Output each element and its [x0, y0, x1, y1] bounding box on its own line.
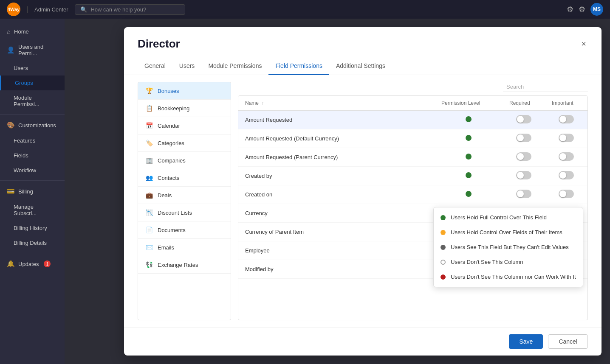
module-item-deals[interactable]: 💼 Deals — [138, 187, 231, 204]
sidebar-item-groups[interactable]: Groups — [0, 76, 65, 90]
perm-option-full-control[interactable]: Users Hold Full Control Over This Field — [434, 210, 583, 225]
toggle-knob — [559, 134, 566, 141]
sidebar-item-module-perms[interactable]: Module Permissi... — [0, 90, 65, 112]
required-toggle[interactable] — [516, 190, 531, 198]
required-toggle[interactable] — [516, 152, 531, 161]
tab-additional-settings[interactable]: Additional Settings — [329, 57, 392, 75]
module-item-label: Exchange Rates — [158, 262, 198, 268]
module-item-calendar[interactable]: 📅 Calendar — [138, 117, 231, 134]
col-required: Required — [503, 96, 545, 111]
required-toggle[interactable] — [516, 134, 531, 142]
important-cell[interactable] — [545, 148, 587, 167]
bookkeeping-icon: 📋 — [145, 104, 153, 112]
perm-cell[interactable] — [435, 167, 503, 185]
fields-search-input[interactable] — [503, 82, 588, 92]
module-item-contacts[interactable]: 👥 Contacts — [138, 169, 231, 187]
settings-icon[interactable]: ⚙ — [567, 5, 573, 14]
tab-field-permissions[interactable]: Field Permissions — [268, 57, 329, 75]
module-item-bookkeeping[interactable]: 📋 Bookkeeping — [138, 100, 231, 117]
perm-cell[interactable] — [435, 111, 503, 129]
modal-close-button[interactable]: × — [579, 37, 588, 50]
important-cell[interactable] — [545, 167, 587, 185]
perm-option-dont-see[interactable]: Users Don't See This Column — [434, 255, 583, 269]
module-item-documents[interactable]: 📄 Documents — [138, 221, 231, 239]
important-cell[interactable] — [545, 129, 587, 148]
save-button[interactable]: Save — [509, 334, 543, 349]
cancel-button[interactable]: Cancel — [548, 334, 588, 349]
tab-users[interactable]: Users — [172, 57, 202, 75]
important-toggle[interactable] — [559, 134, 574, 142]
module-item-companies[interactable]: 🏢 Companies — [138, 152, 231, 169]
sidebar-item-label: Workflow — [14, 167, 36, 174]
table-row: Amount Requested (Parent Currency) — [238, 148, 587, 167]
important-toggle[interactable] — [559, 152, 574, 161]
sidebar-item-label: Updates — [18, 261, 39, 267]
topbar: 4Way Admin Center 🔍 How can we help you?… — [0, 0, 610, 19]
toggle-knob — [517, 172, 524, 179]
sidebar-item-customizations[interactable]: 🎨 Customizations — [0, 117, 65, 133]
sidebar-item-users-perms[interactable]: 👤 Users and Permi... — [0, 39, 65, 61]
perm-option-dot — [441, 274, 446, 280]
sidebar-item-home[interactable]: ⌂ Home — [0, 24, 65, 39]
required-toggle[interactable] — [516, 115, 531, 123]
permission-dot[interactable] — [466, 154, 472, 160]
module-item-bonuses[interactable]: 🏆 Bonuses — [138, 82, 231, 100]
fields-search — [238, 82, 588, 92]
sidebar-item-updates[interactable]: 🔔 Updates 1 — [0, 256, 65, 272]
permission-dot[interactable] — [466, 191, 472, 197]
sidebar-item-manage-subscri[interactable]: Manage Subscri... — [0, 199, 65, 221]
deals-icon: 💼 — [145, 191, 153, 199]
perm-cell[interactable] — [435, 129, 503, 148]
field-name: Currency — [238, 204, 435, 223]
perm-cell[interactable] — [435, 185, 503, 204]
modal-title: Director — [138, 37, 180, 50]
updates-badge: 1 — [44, 260, 51, 267]
fields-section: Name ↑ Permission Level Required Importa… — [238, 82, 588, 320]
required-toggle[interactable] — [516, 171, 531, 179]
module-item-emails[interactable]: ✉️ Emails — [138, 239, 231, 256]
required-cell[interactable] — [503, 185, 545, 204]
sidebar-item-fields[interactable]: Fields — [0, 148, 65, 163]
important-cell[interactable] — [545, 111, 587, 129]
sidebar-item-billing[interactable]: 💳 Billing — [0, 183, 65, 199]
module-item-categories[interactable]: 🏷️ Categories — [138, 134, 231, 152]
sidebar-item-label: Groups — [15, 80, 33, 86]
permission-dot[interactable] — [466, 172, 472, 178]
required-cell[interactable] — [503, 148, 545, 167]
contacts-icon: 👥 — [145, 174, 153, 182]
module-item-discount-lists[interactable]: 📉 Discount Lists — [138, 204, 231, 221]
required-cell[interactable] — [503, 129, 545, 148]
required-cell[interactable] — [503, 111, 545, 129]
billing-icon: 💳 — [7, 188, 15, 195]
sidebar-item-billing-history[interactable]: Billing History — [0, 221, 65, 235]
gear-icon[interactable]: ⚙ — [579, 5, 585, 14]
perm-cell[interactable] — [435, 148, 503, 167]
important-toggle[interactable] — [559, 171, 574, 179]
important-cell[interactable] — [545, 185, 587, 204]
important-toggle[interactable] — [559, 190, 574, 198]
perm-option-control-own[interactable]: Users Hold Control Over Fields of Their … — [434, 225, 583, 240]
table-row: Amount Requested — [238, 111, 587, 129]
permission-dropdown: Users Hold Full Control Over This Field … — [433, 207, 583, 287]
perm-option-dont-see-nor-work[interactable]: Users Don't See This Column nor Can Work… — [434, 269, 583, 284]
important-toggle[interactable] — [559, 115, 574, 123]
sidebar-item-users[interactable]: Users — [0, 61, 65, 76]
companies-icon: 🏢 — [145, 156, 153, 165]
perm-option-dot — [441, 230, 446, 235]
field-name: Amount Requested (Parent Currency) — [238, 148, 435, 167]
sidebar-item-workflow[interactable]: Workflow — [0, 163, 65, 178]
sidebar-item-features[interactable]: Features — [0, 133, 65, 148]
tab-general[interactable]: General — [138, 57, 172, 75]
required-cell[interactable] — [503, 167, 545, 185]
sidebar-item-billing-details[interactable]: Billing Details — [0, 235, 65, 250]
user-avatar[interactable]: MS — [590, 3, 603, 16]
module-item-exchange-rates[interactable]: 💱 Exchange Rates — [138, 256, 231, 274]
tab-module-permissions[interactable]: Module Permissions — [201, 57, 268, 75]
admin-center-label: Admin Center — [27, 6, 68, 13]
permission-dot[interactable] — [466, 116, 472, 122]
search-bar[interactable]: 🔍 How can we help you? — [75, 4, 185, 15]
perm-option-see-no-edit[interactable]: Users See This Field But They Can't Edit… — [434, 240, 583, 255]
permission-dot[interactable] — [466, 135, 472, 141]
content-area: Director × General Users Module Permissi… — [65, 19, 610, 364]
table-row: Created by — [238, 167, 587, 185]
